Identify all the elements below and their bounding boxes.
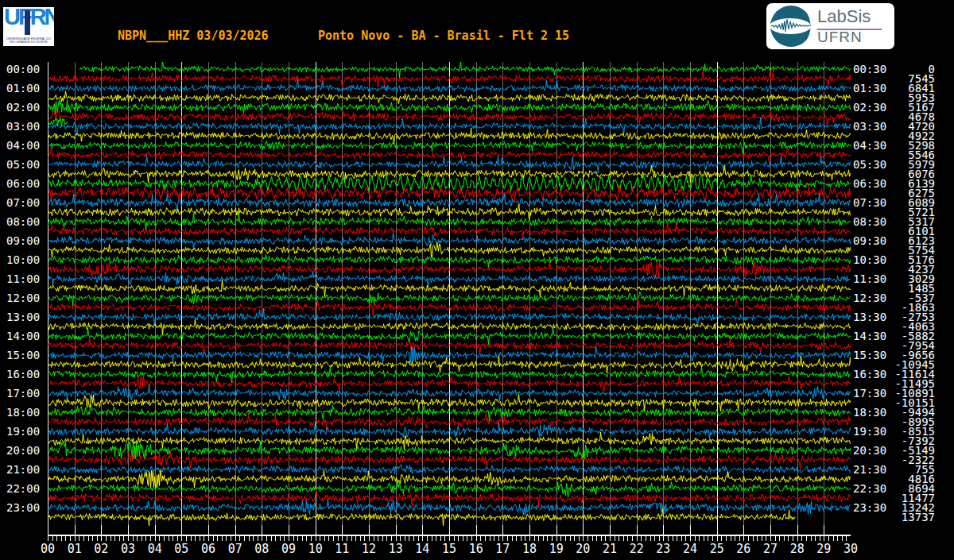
left-time-label: 03:00 (6, 120, 40, 133)
left-time-label: 18:00 (6, 406, 40, 419)
minute-label: 19 (543, 543, 570, 555)
minute-label: 05 (168, 543, 195, 555)
minute-label: 07 (222, 543, 249, 555)
left-time-label: 07:00 (6, 196, 40, 209)
minute-label: 24 (677, 543, 704, 555)
minute-label: 28 (784, 543, 811, 555)
minute-label: 10 (302, 543, 329, 555)
location-title: Ponto Novo - BA - Brasil - Flt 2 15 (318, 29, 569, 43)
minute-label: 16 (463, 543, 490, 555)
labsis-logo: LabSis UFRN (766, 3, 894, 49)
helicorder-screen: UFRN UNIVERSIDADE FEDERAL DO RIO GRANDE … (0, 0, 954, 560)
trace-offset-value: 13737 (862, 512, 935, 522)
left-time-label: 00:00 (6, 63, 40, 75)
minute-label: 14 (409, 543, 436, 555)
minute-label: 04 (142, 543, 169, 555)
left-time-label: 19:00 (6, 425, 40, 438)
left-time-label: 14:00 (6, 330, 40, 342)
minute-label: 30 (837, 543, 864, 555)
ufrn-logo-caption: UNIVERSIDADE FEDERAL DO RIO GRANDE DO NO… (4, 37, 53, 44)
labsis-logo-text: LabSis (817, 6, 882, 30)
left-time-label: 06:00 (6, 177, 40, 190)
labsis-logo-globe-icon (766, 3, 814, 49)
minute-label: 06 (195, 543, 222, 555)
minute-label: 29 (810, 543, 837, 555)
minute-label: 09 (275, 543, 302, 555)
station-title: NBPN___HHZ 03/03/2026 (118, 29, 269, 43)
left-time-label: 13:00 (6, 311, 40, 323)
left-time-label: 23:00 (6, 501, 40, 514)
minute-label: 15 (436, 543, 463, 555)
left-time-label: 21:00 (6, 463, 40, 476)
minute-label: 22 (623, 543, 650, 555)
helicorder-canvas (48, 62, 851, 542)
minute-label: 18 (516, 543, 543, 555)
minute-label: 01 (61, 543, 88, 555)
minute-label: 08 (248, 543, 275, 555)
left-time-label: 01:00 (6, 82, 40, 95)
left-time-label: 09:00 (6, 234, 40, 247)
left-time-label: 08:00 (6, 215, 40, 228)
ufrn-logo-bar (25, 10, 30, 35)
left-time-label: 02:00 (6, 101, 40, 114)
labsis-logo-subtext: UFRN (817, 29, 863, 46)
left-time-label: 16:00 (6, 368, 40, 380)
minute-label: 00 (34, 543, 61, 555)
minute-label: 12 (355, 543, 382, 555)
minute-label: 20 (569, 543, 596, 555)
left-time-label: 12:00 (6, 292, 40, 304)
minute-label: 26 (730, 543, 757, 555)
left-time-label: 05:00 (6, 158, 40, 171)
minute-label: 13 (382, 543, 409, 555)
left-time-label: 04:00 (6, 139, 40, 152)
minute-label: 21 (596, 543, 623, 555)
minute-label: 11 (328, 543, 355, 555)
minute-label: 03 (114, 543, 142, 555)
left-time-label: 20:00 (6, 444, 40, 457)
left-time-label: 17:00 (6, 387, 40, 400)
left-time-label: 22:00 (6, 482, 40, 495)
left-time-label: 11:00 (6, 272, 40, 285)
left-time-label: 15:00 (6, 349, 40, 361)
minute-label: 23 (650, 543, 677, 555)
minute-label: 02 (87, 543, 114, 555)
minute-label: 27 (757, 543, 784, 555)
minute-label: 17 (489, 543, 516, 555)
minute-label: 25 (704, 543, 731, 555)
left-time-label: 10:00 (6, 253, 40, 266)
ufrn-logo: UFRN UNIVERSIDADE FEDERAL DO RIO GRANDE … (3, 7, 54, 46)
